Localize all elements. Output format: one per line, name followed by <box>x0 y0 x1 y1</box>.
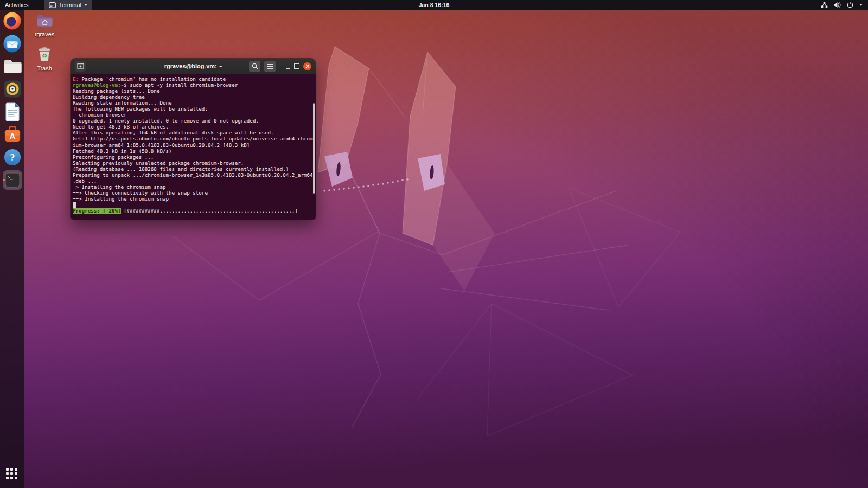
terminal-line <box>73 202 316 208</box>
dock-item-terminal[interactable]: >_ <box>2 170 23 190</box>
terminal-output[interactable]: E: Package 'chromium' has no installatio… <box>71 74 316 220</box>
svg-text:?: ? <box>10 152 15 163</box>
hamburger-menu-icon <box>267 64 273 69</box>
power-icon <box>847 2 853 8</box>
dock-item-help[interactable]: ? <box>2 147 23 167</box>
dock-item-libreoffice-writer[interactable] <box>2 102 23 121</box>
terminal-line: Need to get 48.3 kB of archives. <box>73 124 316 130</box>
desktop-icon-trash[interactable]: ♻ Trash <box>30 47 59 72</box>
libreoffice-writer-icon <box>4 102 21 121</box>
terminal-line: (Reading database ... 188268 files and d… <box>73 166 316 172</box>
running-indicator-dot <box>3 179 5 181</box>
terminal-line: Fetched 48.3 kB in 1s (50.8 kB/s) <box>73 148 316 154</box>
files-folder-icon <box>3 58 22 74</box>
maximize-button[interactable] <box>294 63 299 69</box>
terminal-line: ==> Installing the chromium snap <box>73 196 316 202</box>
chevron-down-icon <box>859 4 863 6</box>
terminal-window: rgraves@blog-vm: ~ <box>71 59 316 220</box>
dock-item-firefox[interactable] <box>2 11 23 30</box>
dock-item-rhythmbox[interactable] <box>2 79 23 99</box>
terminal-line: E: Package 'chromium' has no installatio… <box>73 76 316 82</box>
terminal-line: Building dependency tree <box>73 94 316 100</box>
terminal-line: Reading package lists... Done <box>73 88 316 94</box>
app-menu-terminal[interactable]: Terminal <box>44 0 92 10</box>
system-status-area[interactable] <box>815 0 868 10</box>
terminal-line: chromium-browser <box>73 112 316 118</box>
close-button[interactable] <box>303 62 311 70</box>
terminal-line: Progress: [ 20%] [###########...........… <box>73 208 316 214</box>
svg-text:>_: >_ <box>8 175 13 180</box>
terminal-line: => Installing the chromium snap <box>73 184 316 190</box>
trash-icon: ♻ <box>37 47 52 62</box>
terminal-line: Preparing to unpack .../chromium-browser… <box>73 172 316 178</box>
help-icon: ? <box>3 148 22 166</box>
terminal-icon <box>49 2 56 8</box>
menu-button[interactable] <box>264 61 276 72</box>
desktop-icon-label: rgraves <box>30 31 59 37</box>
volume-icon <box>834 2 841 8</box>
firefox-icon <box>3 11 22 30</box>
thunderbird-icon <box>3 34 22 53</box>
terminal-app-icon: >_ <box>2 170 23 190</box>
terminal-headerbar[interactable]: rgraves@blog-vm: ~ <box>71 59 316 74</box>
rhythmbox-icon <box>3 80 22 98</box>
dock: A ? >_ <box>0 10 24 488</box>
dock-item-thunderbird[interactable] <box>2 34 23 53</box>
terminal-line: .deb ... <box>73 178 316 184</box>
terminal-line: Selecting previously unselected package … <box>73 160 316 166</box>
top-bar: Activities Terminal Jan 8 16:16 <box>0 0 868 10</box>
terminal-line: ==> Checking connectivity with the snap … <box>73 190 316 196</box>
terminal-line: After this operation, 164 kB of addition… <box>73 130 316 136</box>
clock[interactable]: Jan 8 16:16 <box>419 0 450 10</box>
home-folder-icon <box>36 14 53 28</box>
new-tab-icon <box>77 63 84 69</box>
show-applications-button[interactable] <box>6 468 19 481</box>
terminal-line: The following NEW packages will be insta… <box>73 106 316 112</box>
svg-text:A: A <box>9 131 15 140</box>
activities-button[interactable]: Activities <box>0 0 33 10</box>
close-icon <box>305 64 310 68</box>
ubuntu-software-icon: A <box>3 126 22 143</box>
minimize-icon <box>286 68 290 69</box>
chevron-down-icon <box>84 4 87 6</box>
dock-item-ubuntu-software[interactable]: A <box>2 125 23 144</box>
desktop-icon-label: Trash <box>30 65 59 72</box>
svg-text:♻: ♻ <box>42 52 47 60</box>
terminal-scrollbar[interactable] <box>313 103 315 194</box>
search-icon <box>252 63 258 69</box>
terminal-line: Get:1 http://us.ports.ubuntu.com/ubuntu-… <box>73 136 316 142</box>
terminal-line: Preconfiguring packages ... <box>73 154 316 160</box>
dock-item-files[interactable] <box>2 56 23 76</box>
network-icon <box>821 2 828 8</box>
app-menu-label: Terminal <box>59 2 81 8</box>
terminal-line: ium-browser arm64 1:85.0.4183.83-0ubuntu… <box>73 142 316 148</box>
terminal-line: rgraves@blog-vm:~$ sudo apt -y install c… <box>73 82 316 88</box>
terminal-line: Reading state information... Done <box>73 100 316 106</box>
terminal-line: 0 upgraded, 1 newly installed, 0 to remo… <box>73 118 316 124</box>
search-button[interactable] <box>249 61 260 72</box>
new-tab-button[interactable] <box>75 61 86 72</box>
desktop: Activities Terminal Jan 8 16:16 <box>0 0 868 488</box>
minimize-button[interactable] <box>285 63 290 69</box>
desktop-icon-rgraves[interactable]: rgraves <box>30 14 59 37</box>
